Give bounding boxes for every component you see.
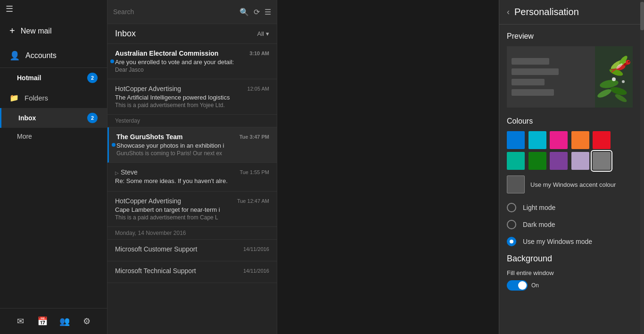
email-preview: This is a paid advertisement from Cape L — [115, 214, 269, 221]
colour-swatch-teal[interactable] — [528, 131, 546, 149]
new-mail-button[interactable]: + New mail — [0, 18, 107, 44]
email-list-header: 🔍 ⟳ ☰ — [107, 0, 277, 24]
dark-mode-option[interactable]: Dark mode — [507, 220, 633, 229]
scrollbar-track[interactable] — [640, 0, 644, 334]
light-mode-label: Light mode — [523, 204, 555, 211]
inbox-filter[interactable]: All ▾ — [257, 30, 269, 37]
email-sender: ▷Steve Tue 1:55 PM — [115, 168, 269, 176]
colour-swatch-gray[interactable] — [593, 152, 611, 170]
reading-pane — [277, 0, 499, 334]
email-sender: HotCopper Advertising 12:05 AM — [115, 85, 269, 92]
windows-mode-radio[interactable] — [507, 237, 516, 246]
toggle-knob — [518, 281, 527, 290]
toggle-on-label: On — [531, 282, 539, 289]
email-item[interactable]: ▷Steve Tue 1:55 PM Re: Some more ideas. … — [107, 163, 277, 192]
inbox-header: Inbox All ▾ — [107, 24, 277, 44]
colour-swatch-red[interactable] — [593, 131, 611, 149]
sidebar-top: ☰ — [0, 0, 107, 18]
colour-swatch-purple[interactable] — [550, 152, 568, 170]
reply-icon: ▷ — [115, 170, 119, 175]
email-subject: Are you enrolled to vote and are your de… — [115, 58, 269, 66]
personalisation-panel: ‹ Personalisation Preview — [499, 0, 640, 334]
accent-swatch — [507, 175, 525, 193]
light-mode-option[interactable]: Light mode — [507, 203, 633, 212]
accounts-label: Accounts — [25, 51, 57, 60]
hamburger-icon[interactable]: ☰ — [6, 4, 13, 14]
preview-section-title: Preview — [507, 32, 633, 41]
colour-swatch-blue[interactable] — [507, 131, 525, 149]
dark-mode-label: Dark mode — [523, 221, 555, 228]
person-icon: 👤 — [9, 50, 20, 61]
email-sender: HotCopper Advertising Tue 12:47 AM — [115, 197, 269, 205]
preview-line — [512, 89, 554, 96]
light-mode-radio[interactable] — [507, 203, 516, 212]
scrollbar-thumb[interactable] — [640, 2, 644, 30]
email-item[interactable]: The GuruShots Team Tue 3:47 PM Showcase … — [107, 127, 277, 163]
preview-line — [512, 79, 545, 85]
inbox-label: Inbox — [18, 114, 36, 122]
email-time: 12:05 AM — [248, 86, 269, 92]
date-separator-monday: Monday, 14 November 2016 — [107, 227, 277, 240]
colour-swatch-orange[interactable] — [571, 131, 589, 149]
refresh-icon[interactable]: ⟳ — [254, 8, 260, 17]
email-time: 14/11/2016 — [243, 246, 269, 252]
more-item[interactable]: More — [0, 128, 107, 145]
fill-window-toggle[interactable] — [507, 280, 528, 291]
background-section-title: Background — [507, 254, 633, 264]
windows-mode-option[interactable]: Use my Windows mode — [507, 237, 633, 246]
folders-section[interactable]: 📁 Folders — [0, 88, 107, 108]
email-item[interactable]: HotCopper Advertising 12:05 AM The Artif… — [107, 79, 277, 115]
preview-line — [512, 68, 559, 75]
colour-swatch-teal2[interactable] — [507, 152, 525, 170]
filter-label: All — [257, 30, 264, 37]
filter-icon[interactable]: ☰ — [264, 8, 271, 17]
mail-icon[interactable]: ✉ — [9, 313, 32, 329]
colour-swatch-green[interactable] — [528, 152, 546, 170]
email-item[interactable]: Australian Electoral Commission 3:10 AM … — [107, 44, 277, 79]
email-item[interactable]: Microsoft Technical Support 14/11/2016 — [107, 261, 277, 283]
fill-window-label: Fill entire window — [507, 269, 554, 276]
svg-point-17 — [622, 80, 625, 83]
inbox-item[interactable]: Inbox 2 — [0, 108, 107, 128]
svg-point-16 — [612, 77, 616, 81]
hotmail-label: Hotmail — [17, 74, 41, 82]
email-item[interactable]: Microsoft Customer Support 14/11/2016 — [107, 240, 277, 261]
email-item[interactable]: HotCopper Advertising Tue 12:47 AM Cape … — [107, 192, 277, 227]
calendar-icon[interactable]: 📅 — [32, 313, 54, 329]
more-label: More — [17, 133, 32, 140]
colours-section-title: Colours — [507, 117, 633, 125]
settings-icon[interactable]: ⚙ — [75, 313, 98, 329]
plus-icon: + — [9, 25, 15, 36]
windows-mode-label: Use my Windows mode — [523, 238, 592, 245]
search-icon[interactable]: 🔍 — [239, 8, 249, 17]
folder-icon: 📁 — [9, 93, 19, 102]
sidebar: ☰ + New mail 👤 Accounts Hotmail 2 📁 Fold… — [0, 0, 107, 334]
hotmail-account[interactable]: Hotmail 2 — [0, 68, 107, 88]
windows-accent-row: Use my Windows accent colour — [507, 175, 633, 193]
accounts-button[interactable]: 👤 Accounts — [0, 44, 107, 68]
colour-swatch-empty — [614, 131, 632, 149]
svg-rect-0 — [595, 46, 633, 108]
search-input[interactable] — [113, 8, 235, 16]
panel-title: Personalisation — [514, 7, 579, 17]
people-icon[interactable]: 👥 — [54, 313, 76, 329]
sidebar-bottom: ✉ 📅 👥 ⚙ — [0, 308, 107, 334]
new-mail-label: New mail — [21, 27, 52, 35]
folders-label: Folders — [25, 94, 48, 102]
colour-swatch-lavender[interactable] — [571, 152, 589, 170]
back-button[interactable]: ‹ — [507, 7, 510, 17]
email-sender: Australian Electoral Commission 3:10 AM — [115, 50, 269, 57]
email-sender: Microsoft Technical Support 14/11/2016 — [115, 267, 269, 275]
email-preview: This is a paid advertisement from Yojee … — [115, 102, 269, 109]
svg-point-9 — [628, 61, 629, 62]
dark-mode-radio[interactable] — [507, 220, 516, 229]
colour-swatch-pink[interactable] — [550, 131, 568, 149]
inbox-title: Inbox — [115, 29, 136, 39]
email-time: 3:10 AM — [249, 50, 269, 56]
email-time: Tue 3:47 PM — [239, 134, 269, 140]
windows-accent-label: Use my Windows accent colour — [530, 181, 616, 188]
unread-indicator — [112, 143, 116, 147]
email-subject: The Artificial Intelligence powered logi… — [115, 94, 269, 101]
email-subject: Cape Lambert on target for near-term i — [115, 206, 269, 213]
colours-grid — [507, 131, 633, 170]
